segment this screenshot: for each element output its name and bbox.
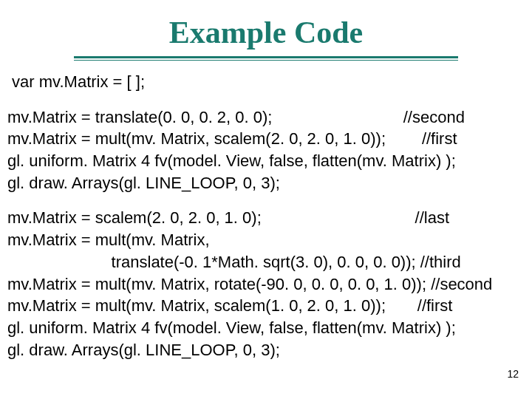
code-line: mv.Matrix = mult(mv. Matrix, [7,229,525,251]
code-line: gl. uniform. Matrix 4 fv(model. View, fa… [7,317,525,339]
code-line: gl. uniform. Matrix 4 fv(model. View, fa… [7,150,525,172]
code-line: mv.Matrix = translate(0. 0, 0. 2, 0. 0);… [7,106,525,129]
code-line: translate(-0. 1*Math. sqrt(3. 0), 0. 0, … [7,251,525,273]
code-line: mv.Matrix = mult(mv. Matrix, scalem(1. 0… [7,295,525,317]
title-area: Example Code [0,0,532,56]
code-line: var mv.Matrix = [ ]; [7,71,525,93]
code-decl-block: var mv.Matrix = [ ]; [7,71,525,93]
code-content: var mv.Matrix = [ ]; mv.Matrix = transla… [0,71,532,361]
slide-title: Example Code [0,15,532,50]
title-underline [74,56,458,61]
code-line: mv.Matrix = mult(mv. Matrix, scalem(2. 0… [7,128,525,150]
code-block-1: mv.Matrix = translate(0. 0, 0. 2, 0. 0);… [7,106,525,194]
page-number: 12 [507,368,519,380]
code-line: gl. draw. Arrays(gl. LINE_LOOP, 0, 3); [7,172,525,194]
rule-thick [74,56,458,58]
code-line: mv.Matrix = mult(mv. Matrix, rotate(-90.… [7,273,525,296]
code-line: gl. draw. Arrays(gl. LINE_LOOP, 0, 3); [7,339,525,361]
code-block-2: mv.Matrix = scalem(2. 0, 2. 0, 1. 0); //… [7,207,525,361]
rule-thin [74,60,458,61]
code-line: mv.Matrix = scalem(2. 0, 2. 0, 1. 0); //… [7,207,525,229]
